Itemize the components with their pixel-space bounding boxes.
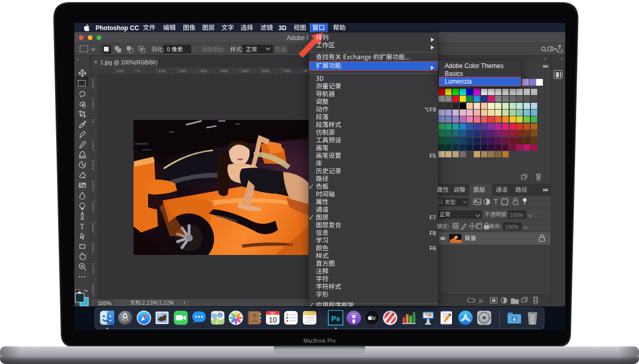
svg-text:0: 0 xyxy=(92,120,94,124)
svg-text:0: 0 xyxy=(92,271,94,274)
svg-text:0: 0 xyxy=(92,291,94,295)
svg-text:0: 0 xyxy=(92,167,94,171)
svg-text:fx: fx xyxy=(479,298,483,304)
svg-text:0: 0 xyxy=(92,250,94,253)
svg-text:0: 0 xyxy=(92,147,94,151)
svg-text:0: 0 xyxy=(138,69,140,73)
svg-text:SEP: SEP xyxy=(270,312,275,315)
svg-text:0: 0 xyxy=(92,85,94,89)
svg-text:0: 0 xyxy=(92,105,94,109)
svg-text:A: A xyxy=(219,314,221,317)
svg-text:tv: tv xyxy=(371,315,376,321)
svg-text:0: 0 xyxy=(92,188,94,192)
svg-text:0: 0 xyxy=(92,230,94,233)
svg-text:0: 0 xyxy=(92,209,94,212)
svg-text:10: 10 xyxy=(269,316,277,324)
svg-text:Ps: Ps xyxy=(331,315,340,322)
svg-text:T: T xyxy=(80,223,85,231)
